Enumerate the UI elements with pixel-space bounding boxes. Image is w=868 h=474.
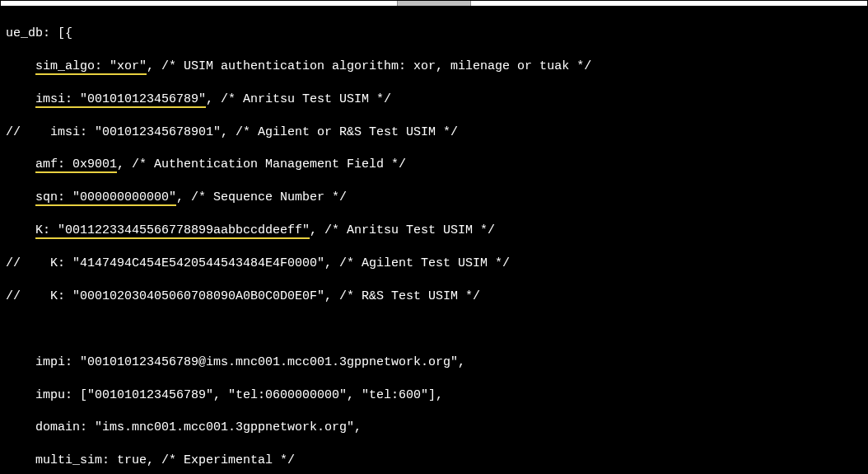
code-text: , /* Anritsu Test USIM */	[206, 92, 391, 106]
highlight-amf: amf: 0x9001	[35, 157, 117, 173]
indent	[6, 223, 35, 237]
code-line-blank	[6, 321, 862, 338]
indent	[6, 157, 35, 171]
highlight-k: K: "00112233445566778899aabbccddeeff"	[35, 223, 310, 239]
indent	[6, 190, 35, 204]
code-line: domain: "ims.mnc001.mcc001.3gppnetwork.o…	[6, 420, 862, 436]
code-line: multi_sim: true, /* Experimental */	[6, 453, 862, 469]
code-text: , /* Sequence Number */	[176, 190, 347, 204]
highlight-sqn: sqn: "000000000000"	[35, 190, 176, 206]
highlight-imsi: imsi: "001010123456789"	[35, 92, 206, 108]
window-frame: Call Box ue_db: [{ sim_algo: "xor", /* U…	[0, 0, 868, 474]
code-line-comment: // imsi: "001012345678901", /* Agilent o…	[6, 124, 862, 141]
code-line: imsi: "001010123456789", /* Anritsu Test…	[6, 92, 862, 108]
code-line-comment: // K: "000102030405060708090A0B0C0D0E0F"…	[6, 289, 862, 305]
highlight-sim-algo: sim_algo: "xor"	[35, 59, 147, 75]
code-editor[interactable]: ue_db: [{ sim_algo: "xor", /* USIM authe…	[1, 6, 867, 473]
indent	[6, 92, 35, 106]
code-line: sqn: "000000000000", /* Sequence Number …	[6, 190, 862, 206]
code-text: , /* Authentication Management Field */	[117, 157, 406, 171]
code-line: impi: "001010123456789@ims.mnc001.mcc001…	[6, 354, 862, 371]
code-line: K: "00112233445566778899aabbccddeeff", /…	[6, 223, 862, 239]
code-text: , /* USIM authentication algorithm: xor,…	[147, 59, 591, 73]
code-text: , /* Anritsu Test USIM */	[310, 223, 495, 237]
code-line: sim_algo: "xor", /* USIM authentication …	[6, 59, 862, 75]
code-line: ue_db: [{	[6, 26, 862, 42]
code-line-comment: // K: "4147494C454E5420544543484E4F0000"…	[6, 256, 862, 272]
code-line: amf: 0x9001, /* Authentication Managemen…	[6, 157, 862, 173]
indent	[6, 59, 35, 73]
code-line: impu: ["001010123456789", "tel:060000000…	[6, 387, 862, 404]
